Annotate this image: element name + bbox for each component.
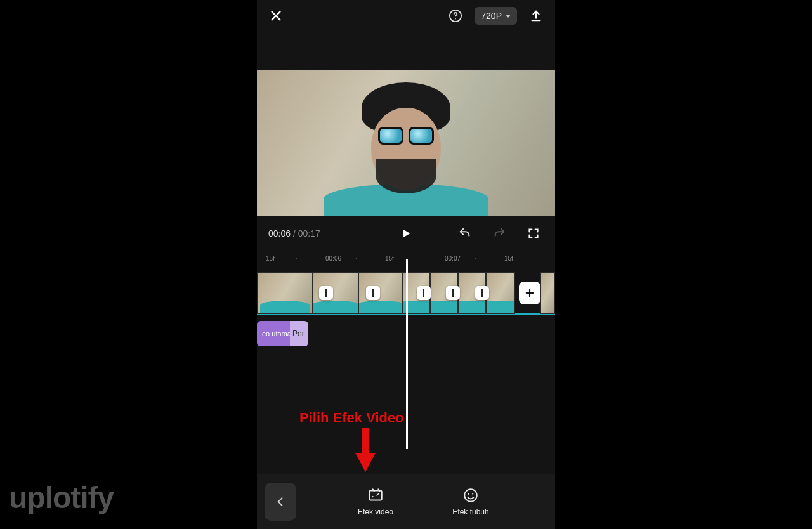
plus-icon — [524, 287, 535, 299]
clip-thumbnail[interactable] — [540, 272, 555, 314]
redo-icon — [492, 226, 506, 240]
chevron-down-icon — [506, 15, 511, 18]
time-display: 00:06 / 00:17 — [268, 228, 320, 238]
video-preview[interactable] — [257, 70, 555, 216]
effect-body-label: Efek tubuh — [452, 507, 488, 516]
play-button[interactable] — [396, 223, 416, 244]
bottom-toolbar: Efek video Efek tubuh — [257, 474, 555, 529]
svg-point-6 — [472, 493, 473, 495]
play-icon — [399, 226, 413, 240]
effect-video-icon — [367, 487, 384, 504]
export-button[interactable] — [526, 6, 546, 26]
add-clip-button[interactable] — [519, 282, 540, 304]
clip-thumbnail[interactable] — [358, 272, 402, 314]
svg-rect-2 — [369, 490, 382, 500]
annotation-arrow-icon — [353, 428, 378, 473]
help-button[interactable] — [445, 6, 466, 26]
undo-button[interactable] — [455, 223, 475, 244]
upload-icon — [529, 9, 543, 23]
back-button[interactable] — [265, 483, 296, 521]
effect-video-label: Efek video — [358, 507, 393, 516]
clip-thumbnail[interactable] — [257, 272, 313, 314]
undo-icon — [458, 226, 472, 240]
ruler-dot: · — [355, 255, 385, 262]
phone-frame: 720P 00:06 / 00:17 — [257, 0, 555, 529]
svg-point-3 — [372, 496, 374, 497]
watermark: uplotify — [9, 480, 114, 515]
ruler-tick: 15f — [385, 255, 415, 262]
resolution-dropdown[interactable]: 720P — [475, 7, 517, 25]
effect-body-icon — [462, 487, 479, 504]
ruler-dot: · — [415, 255, 445, 262]
transition-chip[interactable] — [319, 286, 333, 300]
svg-point-1 — [455, 18, 456, 20]
transition-chip[interactable] — [366, 286, 380, 300]
playhead[interactable] — [406, 259, 408, 449]
track-tag-secondary[interactable]: Per — [290, 321, 308, 346]
ruler-dot: · — [296, 255, 325, 262]
chevron-left-icon — [274, 495, 287, 508]
ruler-tick: 00:06 — [325, 255, 355, 262]
help-icon — [449, 9, 462, 23]
preview-subject — [336, 70, 476, 216]
redo-button[interactable] — [489, 223, 509, 244]
close-icon — [269, 9, 283, 23]
transition-chip[interactable] — [475, 286, 489, 300]
effect-video-button[interactable]: Efek video — [328, 487, 423, 516]
svg-point-5 — [468, 493, 469, 495]
fullscreen-icon — [527, 227, 540, 240]
ruler-tick: 15f — [504, 255, 534, 262]
transition-chip[interactable] — [446, 286, 460, 300]
fullscreen-button[interactable] — [523, 223, 544, 244]
transition-chip[interactable] — [417, 286, 431, 300]
current-time: 00:06 — [268, 228, 291, 238]
player-controls: 00:06 / 00:17 — [257, 216, 555, 251]
annotation-text: Pilih Efek Video — [299, 410, 404, 426]
top-toolbar: 720P — [257, 0, 555, 32]
resolution-label: 720P — [481, 11, 502, 21]
effect-body-button[interactable]: Efek tubuh — [423, 487, 518, 516]
clip-thumbnail[interactable] — [486, 272, 515, 314]
ruler-dot: · — [475, 255, 504, 262]
ruler-tick: 00:07 — [445, 255, 475, 262]
ruler-tick: 15f — [266, 255, 296, 262]
svg-point-4 — [464, 489, 477, 502]
ruler-dot: · — [534, 255, 564, 262]
total-time: 00:17 — [298, 228, 320, 238]
close-button[interactable] — [266, 6, 286, 26]
